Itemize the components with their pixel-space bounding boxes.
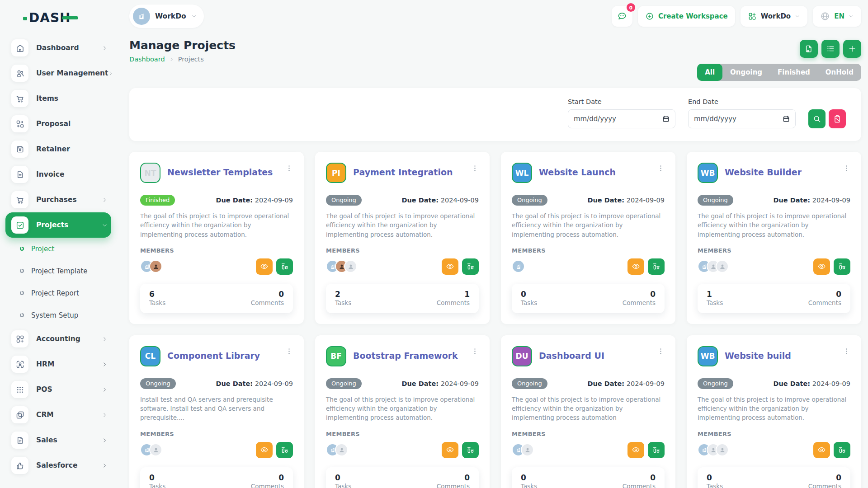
- project-progress-button[interactable]: [276, 258, 293, 275]
- view-project-button[interactable]: [256, 258, 273, 275]
- due-date-label: Due Date:: [587, 197, 624, 204]
- language-selector[interactable]: EN: [813, 6, 861, 27]
- project-initials: CL: [145, 352, 156, 361]
- view-project-button[interactable]: [813, 258, 830, 275]
- card-menu-button[interactable]: [285, 163, 293, 174]
- card-menu-button[interactable]: [843, 346, 850, 357]
- search-button[interactable]: [808, 109, 826, 128]
- view-project-button[interactable]: [256, 442, 273, 458]
- card-menu-button[interactable]: [843, 163, 850, 174]
- sidebar-subitem-project-report[interactable]: Project Report: [0, 282, 117, 304]
- card-menu-button[interactable]: [471, 346, 479, 357]
- comments-count: 0: [808, 290, 841, 299]
- project-initials-avatar: DU: [512, 346, 532, 366]
- project-title-link[interactable]: Component Library: [167, 351, 260, 361]
- card-menu-button[interactable]: [657, 346, 665, 357]
- chevron-right-icon: [102, 387, 108, 393]
- project-progress-button[interactable]: [648, 258, 665, 275]
- sidebar-item-accounting[interactable]: Accounting: [5, 326, 111, 352]
- sidebar-item-items[interactable]: Items: [5, 86, 111, 111]
- sidebar-subitem-system-setup[interactable]: System Setup: [0, 304, 117, 326]
- workspace-menu-button[interactable]: WorkDo: [741, 6, 807, 27]
- due-date-label: Due Date:: [773, 380, 810, 387]
- project-progress-button[interactable]: [648, 442, 665, 458]
- project-progress-button[interactable]: [462, 442, 479, 458]
- card-menu-button[interactable]: [471, 163, 479, 174]
- sidebar-nav: Dashboard User Management Items Proposal…: [0, 35, 117, 478]
- tasks-count: 0: [149, 473, 165, 482]
- list-view-button[interactable]: [821, 40, 840, 58]
- project-description: The goal of this project is to improve o…: [140, 211, 293, 239]
- sidebar-item-pos[interactable]: POS: [5, 377, 111, 402]
- project-title-link[interactable]: Website Launch: [539, 167, 616, 177]
- sidebar-item-retainer[interactable]: Retainer: [5, 136, 111, 162]
- reset-filter-button[interactable]: [829, 109, 846, 128]
- project-title-link[interactable]: Newsletter Templates: [167, 167, 273, 177]
- breadcrumb-dashboard-link[interactable]: Dashboard: [129, 56, 165, 63]
- project-title-link[interactable]: Dashboard UI: [539, 351, 604, 361]
- filter-tab-all[interactable]: All: [697, 64, 722, 81]
- start-date-input[interactable]: [568, 109, 675, 128]
- project-progress-button[interactable]: [834, 442, 850, 458]
- plus-circle-icon: [645, 12, 654, 21]
- view-project-button[interactable]: [627, 442, 644, 458]
- project-initials-avatar: WL: [512, 163, 532, 183]
- project-progress-button[interactable]: [276, 442, 293, 458]
- eye-icon: [260, 446, 269, 454]
- project-title-link[interactable]: Payment Integration: [353, 167, 453, 177]
- view-project-button[interactable]: [813, 442, 830, 458]
- filter-tab-ongoing[interactable]: Ongoing: [722, 64, 770, 81]
- status-badge: Ongoing: [698, 378, 733, 389]
- members-label: MEMBERS: [512, 247, 665, 254]
- grid-plus-icon: [748, 12, 757, 21]
- project-title-link[interactable]: Website Builder: [725, 167, 802, 177]
- app-logo[interactable]: DASH: [0, 0, 117, 35]
- sidebar-item-projects[interactable]: Projects: [5, 212, 111, 238]
- list-icon: [826, 44, 835, 53]
- project-stats: 2 Tasks 1 Comments: [326, 284, 479, 313]
- export-button[interactable]: [800, 40, 818, 58]
- project-initials: WB: [701, 352, 715, 361]
- sidebar-subitem-label: System Setup: [31, 311, 78, 319]
- sidebar-item-user-management[interactable]: User Management: [5, 61, 111, 86]
- card-menu-button[interactable]: [285, 346, 293, 357]
- project-progress-button[interactable]: [462, 258, 479, 275]
- project-title-link[interactable]: Bootstrap Framework: [353, 351, 458, 361]
- view-project-button[interactable]: [442, 258, 458, 275]
- sidebar-item-invoice[interactable]: Invoice: [5, 162, 111, 187]
- tasks-icon: [838, 262, 846, 271]
- sidebar-item-crm[interactable]: CRM: [5, 402, 111, 427]
- project-stats: 0 Tasks 0 Comments: [512, 284, 665, 313]
- messages-button[interactable]: 0: [612, 6, 632, 27]
- sidebar-subitem-project-template[interactable]: Project Template: [0, 260, 117, 282]
- members-label: MEMBERS: [140, 431, 293, 437]
- project-progress-button[interactable]: [834, 258, 850, 275]
- sidebar-item-purchases[interactable]: Purchases: [5, 187, 111, 212]
- filter-tab-finished[interactable]: Finished: [770, 64, 818, 81]
- sales-icon: [11, 432, 28, 449]
- filter-tabs: AllOngoingFinishedOnHold: [697, 64, 861, 81]
- create-workspace-button[interactable]: Create Workspace: [638, 6, 735, 27]
- sidebar-subitem-project[interactable]: Project: [0, 238, 117, 260]
- sidebar-item-salesforce[interactable]: Salesforce: [5, 453, 111, 478]
- project-title-link[interactable]: Website build: [725, 351, 791, 361]
- card-menu-button[interactable]: [657, 163, 665, 174]
- end-date-input[interactable]: [688, 109, 796, 128]
- sidebar-item-label: HRM: [36, 360, 54, 368]
- workspace-avatar: [133, 8, 150, 25]
- sidebar-item-sales[interactable]: Sales: [5, 427, 111, 453]
- person-icon: [347, 263, 354, 270]
- project-initials: DU: [516, 352, 528, 361]
- sidebar-item-proposal[interactable]: Proposal: [5, 111, 111, 136]
- sidebar-item-dashboard[interactable]: Dashboard: [5, 35, 111, 61]
- workspace-switcher[interactable]: WorkDo: [129, 5, 204, 28]
- view-project-button[interactable]: [442, 442, 458, 458]
- sidebar-item-hrm[interactable]: HRM: [5, 352, 111, 377]
- add-project-button[interactable]: [843, 40, 861, 58]
- chevron-right-icon: [102, 336, 108, 342]
- member-avatar-placeholder: [149, 443, 162, 456]
- tasks-icon: [652, 446, 660, 454]
- project-initials: PI: [332, 169, 340, 178]
- view-project-button[interactable]: [627, 258, 644, 275]
- filter-tab-onhold[interactable]: OnHold: [818, 64, 861, 81]
